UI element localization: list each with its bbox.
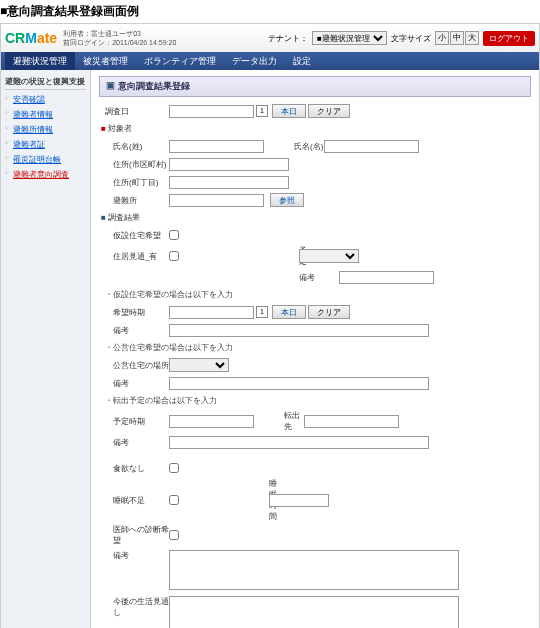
tab-evacuation[interactable]: 避難状況管理 — [5, 52, 75, 70]
survey-date-input[interactable] — [169, 105, 254, 118]
label-temp-housing: 仮設住宅希望 — [99, 230, 169, 241]
ref-button[interactable]: 参照 — [270, 193, 304, 207]
label-move-dest: 転出先 — [254, 410, 304, 432]
section-results: 調査結果 — [99, 210, 531, 225]
fontsize-medium[interactable]: 中 — [450, 31, 464, 45]
label-public-loc: 公営住宅の場所 — [99, 360, 169, 371]
label-shelter: 避難所 — [99, 195, 169, 206]
note3-input[interactable] — [169, 377, 429, 390]
future-textarea[interactable] — [169, 596, 459, 628]
note-public: ・公営住宅希望の場合は以下を入力 — [99, 340, 531, 355]
label-doctor: 医師への診断希望 — [99, 524, 169, 546]
note-temp: ・仮設住宅希望の場合は以下を入力 — [99, 287, 531, 302]
given-input[interactable] — [324, 140, 419, 153]
today-button[interactable]: 本日 — [272, 104, 306, 118]
sleep-short-check[interactable] — [169, 495, 179, 505]
fontsize-large[interactable]: 大 — [465, 31, 479, 45]
sidebar: 避難の状況と復興支援 安否確認 避難者情報 避難所情報 避難者証 罹災証明台帳 … — [1, 70, 91, 628]
panel-title: 意向調査結果登録 — [99, 76, 531, 97]
tab-settings[interactable]: 設定 — [285, 52, 319, 70]
logo: CRMate — [5, 30, 57, 46]
label-note1: 備考 — [299, 272, 339, 283]
move-dest-input[interactable] — [304, 415, 399, 428]
appetite-check[interactable] — [169, 463, 179, 473]
note-move: ・転出予定の場合は以下を入力 — [99, 393, 531, 408]
main: 意向調査結果登録 調査日 1 本日 クリア 対象者 氏名(姓) 氏名(名) 住所… — [91, 70, 539, 628]
label-note5: 備考 — [99, 550, 169, 561]
fontsize-small[interactable]: 小 — [435, 31, 449, 45]
fontsize-label: 文字サイズ — [391, 33, 431, 44]
label-note3: 備考 — [99, 378, 169, 389]
doctor-check[interactable] — [169, 530, 179, 540]
calendar-icon-2[interactable]: 1 — [256, 306, 268, 318]
label-appetite: 食欲なし — [99, 463, 169, 474]
move-time-input[interactable] — [169, 415, 254, 428]
logout-button[interactable]: ログアウト — [483, 31, 535, 46]
header: CRMate 利用者：富士通ユーザ03 前回ログイン：2011/04/26 14… — [1, 24, 539, 52]
label-future: 今後の生活見通し — [99, 596, 169, 618]
shelter-input[interactable] — [169, 194, 264, 207]
note4-input[interactable] — [169, 436, 429, 449]
clear-button-2[interactable]: クリア — [308, 305, 350, 319]
sleep-time-input[interactable] — [269, 494, 329, 507]
page-heading: ■意向調査結果登録画面例 — [0, 0, 540, 23]
tenant-select[interactable]: ■避難状況管理 — [312, 31, 387, 45]
label-wish-time: 希望時期 — [99, 307, 169, 318]
user-info: 利用者：富士通ユーザ03 前回ログイン：2011/04/26 14:59:20 — [63, 29, 176, 47]
sidebar-item-damage[interactable]: 罹災証明台帳 — [5, 152, 86, 167]
note2-input[interactable] — [169, 324, 429, 337]
today-button-2[interactable]: 本日 — [272, 305, 306, 319]
section-target: 対象者 — [99, 121, 531, 136]
sidebar-item-cert[interactable]: 避難者証 — [5, 137, 86, 152]
addr1-input[interactable] — [169, 158, 289, 171]
sidebar-title: 避難の状況と復興支援 — [5, 74, 86, 90]
sidebar-item-survey[interactable]: 避難者意向調査 — [5, 167, 86, 182]
note5-textarea[interactable] — [169, 550, 459, 590]
label-plan: 予定 — [179, 245, 299, 267]
resume-check[interactable] — [169, 251, 179, 261]
calendar-icon[interactable]: 1 — [256, 105, 268, 117]
tenant-label: テナント： — [268, 33, 308, 44]
tab-volunteer[interactable]: ボランティア管理 — [136, 52, 224, 70]
label-survey-date: 調査日 — [99, 106, 169, 117]
tabbar: 避難状況管理 被災者管理 ボランティア管理 データ出力 設定 — [1, 52, 539, 70]
surname-input[interactable] — [169, 140, 264, 153]
sidebar-item-evacuee[interactable]: 避難者情報 — [5, 107, 86, 122]
sidebar-item-shelter[interactable]: 避難所情報 — [5, 122, 86, 137]
temp-housing-check[interactable] — [169, 230, 179, 240]
public-loc-select[interactable] — [169, 358, 229, 372]
wish-time-input[interactable] — [169, 306, 254, 319]
label-sleep-time: 睡眠時間 — [179, 478, 269, 522]
addr2-input[interactable] — [169, 176, 289, 189]
label-given: 氏名(名) — [264, 141, 324, 152]
note1-input[interactable] — [339, 271, 434, 284]
label-note4: 備考 — [99, 437, 169, 448]
tab-victims[interactable]: 被災者管理 — [75, 52, 136, 70]
label-sleep-short: 睡眠不足 — [99, 495, 169, 506]
label-note2: 備考 — [99, 325, 169, 336]
label-move-time: 予定時期 — [99, 416, 169, 427]
label-surname: 氏名(姓) — [99, 141, 169, 152]
tab-export[interactable]: データ出力 — [224, 52, 285, 70]
clear-button[interactable]: クリア — [308, 104, 350, 118]
label-resume: 住居見通_有 — [99, 251, 169, 262]
app-frame: CRMate 利用者：富士通ユーザ03 前回ログイン：2011/04/26 14… — [0, 23, 540, 628]
plan-select[interactable] — [299, 249, 359, 263]
label-addr1: 住所(市区町村) — [99, 159, 169, 170]
label-addr2: 住所(町丁目) — [99, 177, 169, 188]
sidebar-item-safety[interactable]: 安否確認 — [5, 92, 86, 107]
